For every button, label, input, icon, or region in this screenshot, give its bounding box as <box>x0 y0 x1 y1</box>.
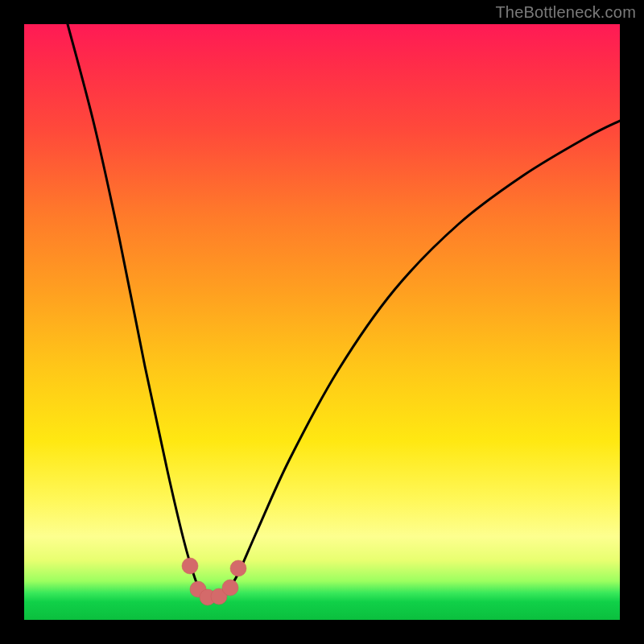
plot-area <box>24 24 620 620</box>
chart-svg <box>24 24 620 620</box>
bead-marker <box>182 558 198 574</box>
bead-marker <box>230 560 246 576</box>
outer-frame: TheBottleneck.com <box>0 0 644 644</box>
bottleneck-curve <box>68 24 620 597</box>
bead-marker <box>222 580 238 596</box>
beads-group <box>182 558 246 605</box>
watermark-text: TheBottleneck.com <box>495 3 636 22</box>
